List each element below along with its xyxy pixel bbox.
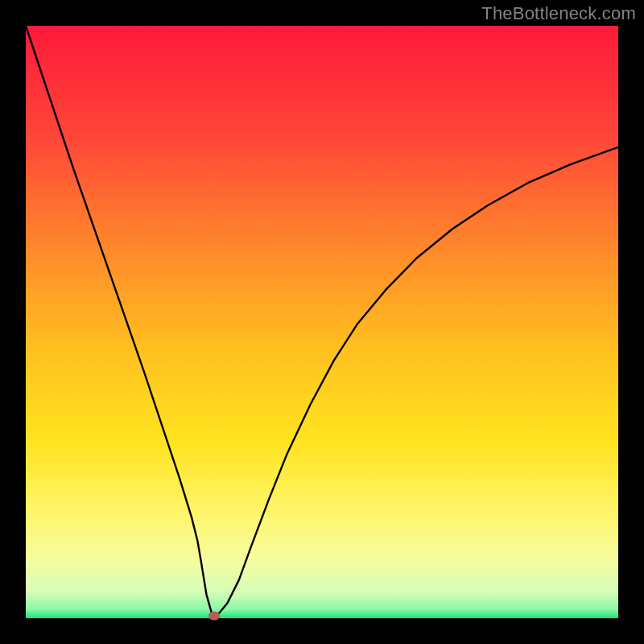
watermark-text: TheBottleneck.com (481, 3, 636, 24)
chart-frame: TheBottleneck.com (0, 0, 644, 644)
optimal-point-marker (208, 612, 220, 621)
curve-path (26, 26, 618, 614)
plot-area (26, 26, 618, 618)
bottleneck-curve (26, 26, 618, 618)
